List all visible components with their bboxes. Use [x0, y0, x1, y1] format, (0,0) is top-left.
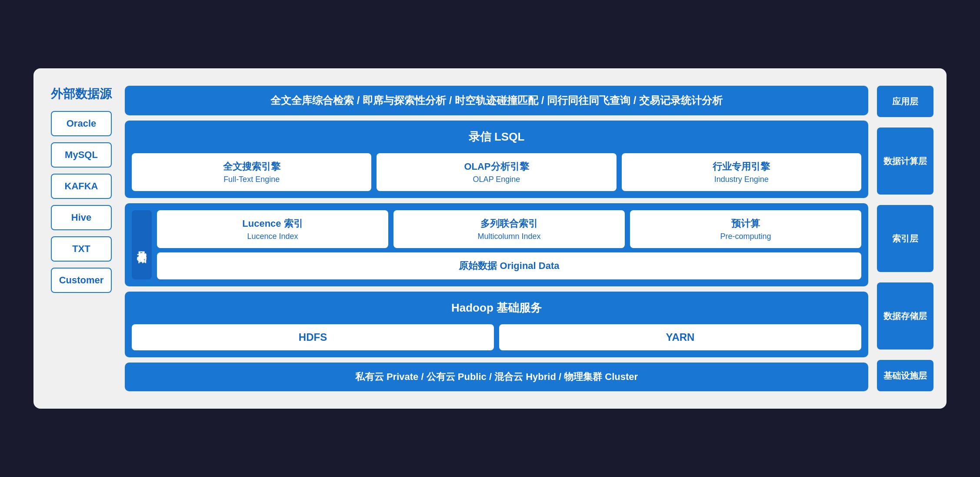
olap-engine-card: OLAP分析引擎 OLAP Engine: [377, 153, 616, 191]
full-text-engine-card: 全文搜索引擎 Full-Text Engine: [132, 153, 371, 191]
infra-layer-btn: 基础设施层: [877, 360, 933, 391]
olap-engine-zh: OLAP分析引擎: [464, 160, 529, 173]
source-kafka: KAFKA: [51, 174, 112, 199]
industry-engine-en: Industry Engine: [714, 175, 769, 184]
app-layer-text: 全文全库综合检索 / 即席与探索性分析 / 时空轨迹碰撞匹配 / 同行同往同飞查…: [270, 94, 723, 107]
main-column: 全文全库综合检索 / 即席与探索性分析 / 时空轨迹碰撞匹配 / 同行同往同飞查…: [125, 86, 868, 391]
source-customer: Customer: [51, 268, 112, 293]
main-container: 外部数据源 Oracle MySQL KAFKA Hive TXT Custom…: [33, 68, 947, 409]
source-txt: TXT: [51, 236, 112, 262]
infra-text: 私有云 Private / 公有云 Public / 混合云 Hybrid / …: [355, 370, 638, 383]
hadoop-section: Hadoop 基础服务 HDFS YARN: [125, 292, 868, 357]
olap-engine-en: OLAP Engine: [473, 175, 520, 184]
right-column: 应用层 数据计算层 索引层 数据存储层 基础设施层: [877, 86, 933, 391]
lsql-section: 录信 LSQL 全文搜索引擎 Full-Text Engine OLAP分析引擎…: [125, 121, 868, 198]
lucence-zh: Lucence 索引: [242, 217, 303, 230]
index-layer-btn: 索引层: [877, 205, 933, 272]
hadoop-components-row: HDFS YARN: [132, 324, 861, 350]
multicolumn-index-card: 多列联合索引 Multicolumn Index: [393, 210, 625, 248]
hadoop-title: Hadoop 基础服务: [132, 299, 861, 319]
source-mysql: MySQL: [51, 142, 112, 168]
source-hive: Hive: [51, 205, 112, 230]
full-text-engine-zh: 全文搜索引擎: [223, 160, 280, 173]
hdfs-card: HDFS: [132, 324, 494, 350]
precomputing-en: Pre-computing: [720, 232, 771, 241]
left-column: 外部数据源 Oracle MySQL KAFKA Hive TXT Custom…: [47, 86, 116, 391]
original-data-card: 原始数据 Original Data: [157, 252, 861, 279]
hetero-storage-label: 异构存储: [132, 210, 152, 279]
lucence-index-card: Lucence 索引 Lucence Index: [157, 210, 388, 248]
app-layer-btn: 应用层: [877, 86, 933, 117]
industry-engine-card: 行业专用引擎 Industry Engine: [622, 153, 861, 191]
precomputing-zh: 预计算: [731, 217, 760, 230]
lsql-engines-row: 全文搜索引擎 Full-Text Engine OLAP分析引擎 OLAP En…: [132, 153, 861, 191]
source-oracle: Oracle: [51, 111, 112, 136]
left-title: 外部数据源: [51, 86, 112, 102]
storage-layer-btn: 数据存储层: [877, 282, 933, 349]
lsql-title: 录信 LSQL: [132, 128, 861, 148]
yarn-card: YARN: [499, 324, 861, 350]
index-section: 异构存储 Lucence 索引 Lucence Index 多列联合索引 Mul…: [125, 203, 868, 286]
app-layer-strip: 全文全库综合检索 / 即席与探索性分析 / 时空轨迹碰撞匹配 / 同行同往同飞查…: [125, 86, 868, 115]
industry-engine-zh: 行业专用引擎: [713, 160, 770, 173]
lucence-en: Lucence Index: [247, 232, 298, 241]
index-cards-row: Lucence 索引 Lucence Index 多列联合索引 Multicol…: [157, 210, 861, 248]
infra-strip: 私有云 Private / 公有云 Public / 混合云 Hybrid / …: [125, 363, 868, 391]
compute-layer-btn: 数据计算层: [877, 128, 933, 195]
full-text-engine-en: Full-Text Engine: [223, 175, 280, 184]
index-right: Lucence 索引 Lucence Index 多列联合索引 Multicol…: [157, 210, 861, 279]
precomputing-card: 预计算 Pre-computing: [630, 210, 861, 248]
multicolumn-en: Multicolumn Index: [477, 232, 540, 241]
multicolumn-zh: 多列联合索引: [480, 217, 538, 230]
